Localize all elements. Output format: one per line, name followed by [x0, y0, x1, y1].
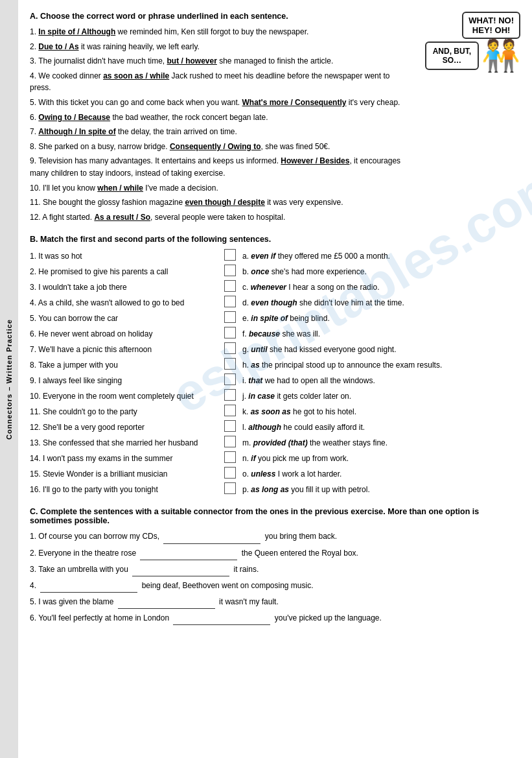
match-left-11: 11. She couldn't go to the party [30, 405, 224, 420]
match-left-14: 14. I won't pass my exams in the summer [30, 451, 224, 467]
match-left-3: 3. I wouldn't take a job there [30, 280, 224, 296]
match-row-15: 15. Stevie Wonder is a brilliant musicia… [30, 467, 520, 482]
match-row-11: 11. She couldn't go to the partyk. as so… [30, 405, 520, 420]
match-left-8: 8. Take a jumper with you [30, 358, 224, 373]
section-c-sentence-2: 2. Everyone in the theatre rose the Quee… [30, 547, 520, 560]
match-right-14: n. if you pick me up from work. [238, 451, 520, 467]
section-a-sentence-12: 12. A fight started. As a result / So, s… [30, 211, 404, 224]
match-row-8: 8. Take a jumper with youh. as the princ… [30, 358, 520, 373]
match-box-9[interactable] [224, 373, 236, 385]
match-row-3: 3. I wouldn't take a job therec. wheneve… [30, 280, 520, 296]
match-right-12: l. although he could easily afford it. [238, 420, 520, 436]
match-box-13[interactable] [224, 436, 236, 447]
match-right-16: p. as long as you fill it up with petrol… [238, 482, 520, 498]
match-right-7: g. until she had kissed everyone good ni… [238, 342, 520, 358]
match-box-7[interactable] [224, 342, 236, 354]
cartoon-figure: 🧑‍🤝‍🧑 [481, 40, 520, 71]
cartoon-area: WHAT! NO!HEY! OH! AND, BUT,SO… 🧑‍🤝‍🧑 [404, 12, 520, 71]
section-c: C. Complete the sentences with a suitabl… [30, 507, 520, 625]
section-c-sentences: 1. Of course you can borrow my CDs, you … [30, 530, 520, 625]
section-a-content: A. Choose the correct word or phrase und… [30, 12, 404, 226]
match-right-11: k. as soon as he got to his hotel. [238, 405, 520, 420]
match-right-9: i. that we had to open all the windows. [238, 373, 520, 389]
match-row-2: 2. He promised to give his parents a cal… [30, 265, 520, 280]
match-right-10: j. in case it gets colder later on. [238, 389, 520, 405]
match-row-13: 13. She confessed that she married her h… [30, 436, 520, 451]
match-left-1: 1. It was so hot [30, 249, 224, 265]
match-row-5: 5. You can borrow the care. in spite of … [30, 311, 520, 327]
section-a-sentence-5: 5. With this ticket you can go and come … [30, 97, 404, 109]
section-b-title: B. Match the first and second parts of t… [30, 235, 520, 244]
section-b-table: 1. It was so hota. even if they offered … [30, 249, 520, 498]
section-a-sentence-9: 9. Television has many advantages. It en… [30, 155, 404, 179]
match-box-3[interactable] [224, 280, 236, 292]
match-right-6: f. because she was ill. [238, 327, 520, 342]
match-row-6: 6. He never went abroad on holidayf. bec… [30, 327, 520, 342]
match-row-16: 16. I'll go to the party with you tonigh… [30, 482, 520, 498]
match-left-6: 6. He never went abroad on holiday [30, 327, 224, 342]
match-left-15: 15. Stevie Wonder is a brilliant musicia… [30, 467, 224, 482]
fill-blank-4[interactable] [40, 580, 137, 593]
section-a-sentences: 1. In spite of / Although we reminded hi… [30, 26, 404, 223]
match-left-2: 2. He promised to give his parents a cal… [30, 265, 224, 280]
match-row-1: 1. It was so hota. even if they offered … [30, 249, 520, 265]
section-a-sentence-6: 6. Owing to / Because the bad weather, t… [30, 112, 404, 124]
fill-blank-5[interactable] [118, 596, 215, 609]
match-right-15: o. unless I work a lot harder. [238, 467, 520, 482]
match-left-10: 10. Everyone in the room went completely… [30, 389, 224, 405]
fill-blank-1[interactable] [163, 530, 260, 543]
cartoon-bubble-small: WHAT! NO!HEY! OH! [462, 12, 520, 39]
match-right-8: h. as the principal stood up to announce… [238, 358, 520, 373]
match-box-2[interactable] [224, 265, 236, 276]
match-right-3: c. whenever I hear a song on the radio. [238, 280, 520, 296]
section-c-sentence-4: 4. being deaf, Beethoven went on composi… [30, 580, 520, 593]
section-c-sentence-5: 5. I was given the blame it wasn't my fa… [30, 596, 520, 609]
match-row-10: 10. Everyone in the room went completely… [30, 389, 520, 405]
sidebar-label: Connectors – Written Practice [5, 319, 13, 440]
match-left-4: 4. As a child, she wasn't allowed to go … [30, 296, 224, 311]
match-right-4: d. even though she didn't love him at th… [238, 296, 520, 311]
match-left-9: 9. I always feel like singing [30, 373, 224, 389]
main-content: A. Choose the correct word or phrase und… [18, 0, 532, 646]
match-left-16: 16. I'll go to the party with you tonigh… [30, 482, 224, 498]
match-row-7: 7. We'll have a picnic this afternoong. … [30, 342, 520, 358]
match-box-8[interactable] [224, 358, 236, 370]
section-c-title: C. Complete the sentences with a suitabl… [30, 507, 520, 525]
match-row-4: 4. As a child, she wasn't allowed to go … [30, 296, 520, 311]
section-a-sentence-11: 11. She bought the glossy fashion magazi… [30, 196, 404, 209]
section-a-sentence-10: 10. I'll let you know when / while I've … [30, 182, 404, 195]
match-right-13: m. provided (that) the weather stays fin… [238, 436, 520, 451]
match-box-12[interactable] [224, 420, 236, 432]
match-left-13: 13. She confessed that she married her h… [30, 436, 224, 451]
match-row-12: 12. She'll be a very good reporterl. alt… [30, 420, 520, 436]
match-box-5[interactable] [224, 311, 236, 323]
match-left-12: 12. She'll be a very good reporter [30, 420, 224, 436]
match-box-11[interactable] [224, 405, 236, 416]
match-right-2: b. once she's had more experience. [238, 265, 520, 280]
match-row-9: 9. I always feel like singingi. that we … [30, 373, 520, 389]
fill-blank-6[interactable] [173, 612, 270, 625]
match-left-7: 7. We'll have a picnic this afternoon [30, 342, 224, 358]
match-right-5: e. in spite of being blind. [238, 311, 520, 327]
match-box-14[interactable] [224, 451, 236, 463]
section-c-sentence-3: 3. Take an umbrella with you it rains. [30, 563, 520, 576]
match-box-15[interactable] [224, 467, 236, 479]
section-a-sentence-8: 8. She parked on a busy, narrow bridge. … [30, 141, 404, 153]
sidebar: Connectors – Written Practice [0, 0, 18, 758]
section-c-sentence-6: 6. You'll feel perfectly at home in Lond… [30, 612, 520, 625]
match-left-5: 5. You can borrow the car [30, 311, 224, 327]
match-box-1[interactable] [224, 249, 236, 261]
match-right-1: a. even if they offered me £5 000 a mont… [238, 249, 520, 265]
match-row-14: 14. I won't pass my exams in the summern… [30, 451, 520, 467]
section-c-sentence-1: 1. Of course you can borrow my CDs, you … [30, 530, 520, 543]
section-b: B. Match the first and second parts of t… [30, 235, 520, 498]
section-a-sentence-3: 3. The journalist didn't have much time,… [30, 55, 404, 67]
fill-blank-3[interactable] [132, 563, 229, 576]
section-a-sentence-2: 2. Due to / As it was raining heavily, w… [30, 41, 404, 53]
match-box-10[interactable] [224, 389, 236, 401]
match-box-16[interactable] [224, 482, 236, 494]
match-box-4[interactable] [224, 296, 236, 307]
section-a-sentence-1: 1. In spite of / Although we reminded hi… [30, 26, 404, 38]
fill-blank-2[interactable] [140, 547, 237, 560]
match-box-6[interactable] [224, 327, 236, 338]
